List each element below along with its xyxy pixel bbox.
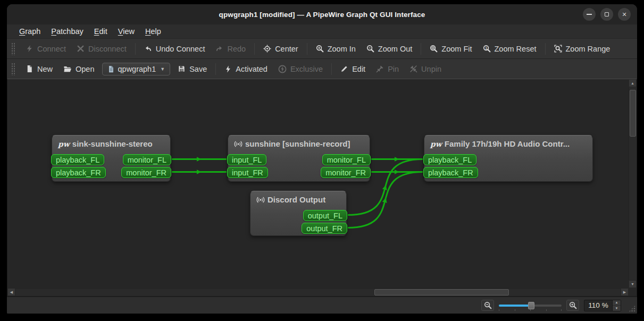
scroll-down-button[interactable]: ▼ (629, 280, 637, 288)
port-playback-fl[interactable]: playback_FL (423, 154, 476, 165)
zoom-reset-button[interactable]: 1Zoom Reset (478, 42, 542, 56)
center-button[interactable]: Center (258, 42, 304, 56)
stream-icon (256, 196, 265, 204)
toolbar-separator (135, 43, 136, 55)
menu-item-graph[interactable]: Graph (14, 26, 46, 37)
unpin-button[interactable]: Unpin (404, 62, 447, 76)
zoom-fit-icon (430, 45, 438, 53)
scroll-left-button[interactable]: ◀ (7, 288, 15, 296)
port-playback-fl[interactable]: playback_FL (51, 154, 104, 165)
zoom-slider-handle[interactable] (528, 302, 534, 309)
node-sunshine-sunshine-record[interactable]: sunshine [sunshine-record]input_FLinput_… (228, 135, 370, 182)
port-monitor-fr[interactable]: monitor_FR (121, 167, 171, 178)
scroll-up-button[interactable]: ▲ (629, 79, 637, 87)
pin-button[interactable]: Pin (371, 62, 404, 76)
exclusive-label: Exclusive (290, 65, 323, 73)
graph-canvas[interactable]: pwsink-sunshine-stereoplayback_FLplaybac… (7, 79, 637, 297)
port-output-fr[interactable]: output_FR (302, 223, 347, 234)
resize-grip[interactable] (629, 305, 635, 312)
toolbar-main: ConnectDisconnectUndo ConnectRedoCenterZ… (7, 38, 637, 58)
port-label: monitor_FR (126, 168, 166, 177)
zoom-slider-fill (499, 305, 531, 307)
port-monitor-fr[interactable]: monitor_FR (321, 167, 371, 178)
redo-button[interactable]: Redo (210, 42, 251, 56)
node-title-text: sink-sunshine-stereo (72, 139, 153, 148)
qpwgraph1-dropdown[interactable]: qpwgraph1▼ (102, 63, 171, 75)
toolbar-separator (421, 43, 421, 55)
port-output-fl[interactable]: output_FL (303, 210, 347, 221)
menubar: GraphPatchbayEditViewHelp (7, 24, 637, 38)
node-title-text: Discord Output (267, 195, 325, 204)
zoom-value[interactable]: 110 % (584, 300, 612, 311)
spin-down-button[interactable]: ▼ (613, 306, 621, 311)
toolbar-grip[interactable] (11, 63, 15, 75)
pin-label: Pin (388, 65, 399, 73)
zoom-slider[interactable] (499, 301, 562, 310)
node-discord-output[interactable]: Discord Outputoutput_FLoutput_FR (250, 191, 347, 236)
zoom-out-button[interactable] (481, 300, 494, 311)
port-label: playback_FL (428, 156, 472, 164)
connect-button[interactable]: Connect (20, 42, 71, 56)
window-title: qpwgraph1 [modified] — A PipeWire Graph … (219, 11, 425, 19)
connect-icon (26, 45, 34, 53)
titlebar: qpwgraph1 [modified] — A PipeWire Graph … (7, 4, 637, 24)
node-sink-sunshine-stereo[interactable]: pwsink-sunshine-stereoplayback_FLplaybac… (52, 135, 171, 182)
activated-button[interactable]: Activated (219, 62, 273, 76)
unpin-icon (409, 65, 417, 73)
menu-item-help[interactable]: Help (140, 26, 166, 37)
new-button[interactable]: New (20, 62, 58, 76)
close-button[interactable]: ✕ (618, 8, 631, 21)
zoom-fit-button[interactable]: Zoom Fit (424, 42, 477, 56)
minimize-button[interactable] (583, 8, 596, 21)
horizontal-scroll-thumb[interactable] (374, 289, 509, 295)
port-playback-fr[interactable]: playback_FR (423, 167, 478, 178)
port-label: monitor_FL (327, 156, 366, 164)
disconnect-button[interactable]: Disconnect (71, 42, 132, 56)
redo-label: Redo (227, 45, 246, 53)
port-monitor-fl[interactable]: monitor_FL (123, 154, 171, 165)
zoom-spinbox[interactable]: 110 % ▲ ▼ (584, 300, 621, 311)
qpwgraph1-label: qpwgraph1 (118, 65, 156, 73)
menu-item-edit[interactable]: Edit (89, 26, 113, 37)
open-button[interactable]: Open (58, 62, 99, 76)
menu-item-view[interactable]: View (113, 26, 140, 37)
connection-wires (7, 79, 637, 296)
window-controls: ✕ (583, 8, 631, 21)
port-label: playback_FL (56, 156, 99, 164)
zoom-out-button[interactable]: Zoom Out (361, 42, 417, 56)
edit-button[interactable]: Edit (335, 62, 371, 76)
menu-item-patchbay[interactable]: Patchbay (46, 26, 88, 37)
spin-up-button[interactable]: ▲ (613, 300, 621, 306)
disconnect-icon (77, 45, 85, 53)
zoom-range-icon (554, 45, 562, 53)
zoom-in-button[interactable]: Zoom In (311, 42, 361, 56)
zoom-range-button[interactable]: Zoom Range (549, 42, 616, 56)
port-playback-fr[interactable]: playback_FR (51, 167, 106, 178)
stream-icon (234, 140, 242, 148)
redo-icon (215, 45, 223, 53)
port-input-fr[interactable]: input_FR (227, 167, 268, 178)
center-label: Center (275, 45, 298, 53)
exclusive-button[interactable]: Exclusive (273, 62, 328, 76)
undo-connect-label: Undo Connect (156, 45, 205, 53)
scroll-right-button[interactable]: ▶ (621, 288, 629, 296)
pipewire-icon: pw (58, 140, 70, 148)
node-family-17h-19h-hd-audio-contr[interactable]: pwFamily 17h/19h HD Audio Contr...playba… (424, 135, 593, 182)
zoom-out-icon (366, 45, 374, 53)
horizontal-scrollbar[interactable]: ◀ ▶ (7, 288, 629, 296)
zoom-in-button[interactable] (566, 300, 579, 311)
node-title: pwsink-sunshine-stereo (52, 136, 170, 148)
port-monitor-fl[interactable]: monitor_FL (322, 154, 371, 165)
vertical-scroll-thumb[interactable] (630, 90, 636, 137)
toolbar-separator (254, 43, 255, 55)
maximize-button[interactable] (600, 8, 613, 21)
save-button[interactable]: Save (172, 62, 212, 76)
undo-connect-button[interactable]: Undo Connect (139, 42, 211, 56)
save-label: Save (189, 65, 207, 73)
toolbar-grip[interactable] (11, 43, 15, 55)
vertical-scrollbar[interactable]: ▲ ▼ (629, 79, 637, 288)
port-input-fl[interactable]: input_FL (227, 154, 266, 165)
undo-icon (144, 45, 152, 53)
toolbar-file: NewOpenqpwgraph1▼SaveActivatedExclusiveE… (7, 58, 637, 79)
unpin-label: Unpin (421, 65, 441, 73)
